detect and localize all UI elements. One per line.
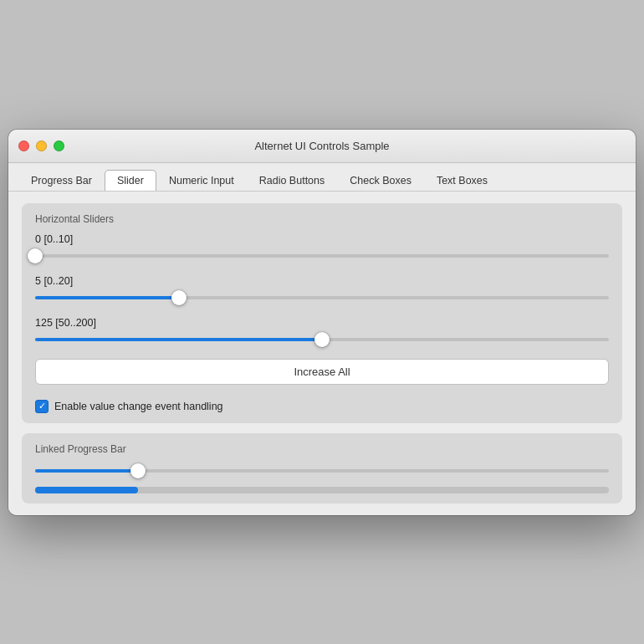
slider-1-track[interactable] bbox=[35, 248, 609, 263]
tab-radio-buttons[interactable]: Radio Buttons bbox=[247, 170, 338, 191]
main-window: Alternet UI Controls Sample Progress Bar… bbox=[8, 130, 636, 515]
title-bar: Alternet UI Controls Sample bbox=[8, 130, 636, 163]
minimize-button[interactable] bbox=[36, 141, 47, 151]
slider-row-3: 125 [50..200] bbox=[35, 317, 609, 347]
slider-row-1: 0 [0..10] bbox=[35, 233, 609, 263]
linked-slider-thumb[interactable] bbox=[130, 463, 146, 478]
linked-progress-fill bbox=[35, 487, 138, 493]
tab-text-boxes[interactable]: Text Boxes bbox=[424, 170, 500, 191]
event-handling-checkbox-row: ✓ Enable value change event handling bbox=[35, 400, 609, 413]
slider-3-thumb[interactable] bbox=[314, 332, 330, 347]
linked-progress-container bbox=[35, 487, 609, 493]
slider-2-track[interactable] bbox=[35, 290, 609, 305]
slider-row-2: 5 [0..20] bbox=[35, 275, 609, 305]
title-bar-buttons bbox=[18, 141, 64, 151]
horizontal-sliders-label: Horizontal Sliders bbox=[35, 213, 609, 225]
window-title: Alternet UI Controls Sample bbox=[254, 140, 389, 152]
tab-progress-bar[interactable]: Progress Bar bbox=[18, 170, 105, 191]
slider-3-label: 125 [50..200] bbox=[35, 317, 609, 329]
main-content: Horizontal Sliders 0 [0..10] 5 [0..20] bbox=[8, 192, 636, 515]
slider-3-track[interactable] bbox=[35, 332, 609, 347]
horizontal-sliders-panel: Horizontal Sliders 0 [0..10] 5 [0..20] bbox=[22, 203, 622, 423]
linked-progress-bar-panel: Linked Progress Bar bbox=[22, 433, 622, 503]
tab-slider[interactable]: Slider bbox=[105, 170, 156, 191]
linked-slider-track[interactable] bbox=[35, 463, 609, 478]
checkbox-checkmark: ✓ bbox=[38, 401, 46, 411]
increase-all-button[interactable]: Increase All bbox=[35, 359, 609, 385]
event-handling-label: Enable value change event handling bbox=[54, 401, 223, 412]
slider-2-thumb[interactable] bbox=[171, 290, 187, 305]
slider-1-bg bbox=[35, 254, 609, 258]
slider-1-label: 0 [0..10] bbox=[35, 233, 609, 245]
tab-bar: Progress Bar Slider Numeric Input Radio … bbox=[8, 163, 636, 192]
event-handling-checkbox[interactable]: ✓ bbox=[35, 400, 49, 413]
linked-progress-bar-label: Linked Progress Bar bbox=[35, 443, 609, 455]
slider-2-label: 5 [0..20] bbox=[35, 275, 609, 287]
slider-1-thumb[interactable] bbox=[28, 248, 43, 263]
tab-numeric-input[interactable]: Numeric Input bbox=[156, 170, 247, 191]
slider-2-fill bbox=[35, 296, 179, 299]
maximize-button[interactable] bbox=[54, 141, 64, 151]
linked-slider-fill bbox=[35, 469, 138, 473]
slider-3-fill bbox=[35, 338, 322, 341]
close-button[interactable] bbox=[18, 141, 29, 151]
tab-check-boxes[interactable]: Check Boxes bbox=[337, 170, 424, 191]
